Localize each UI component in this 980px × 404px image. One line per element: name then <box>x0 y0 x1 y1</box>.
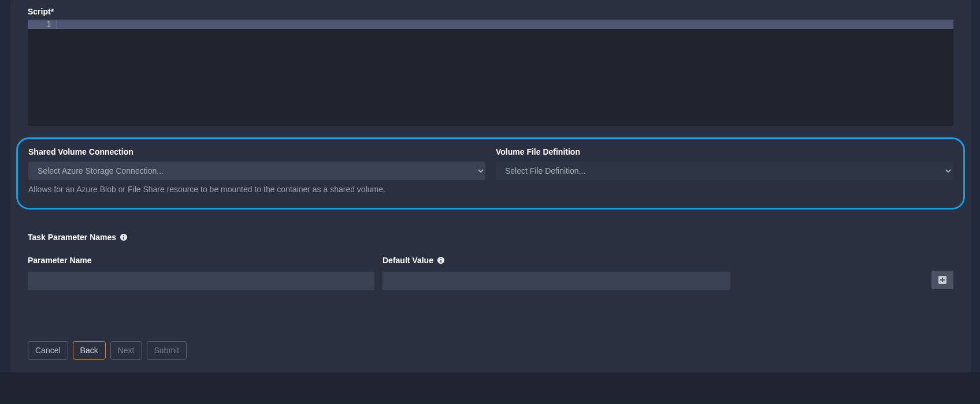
shared-volume-connection-label: Shared Volume Connection <box>28 147 485 156</box>
svg-rect-2 <box>123 235 124 236</box>
editor-line-number: 1 <box>28 20 57 29</box>
svg-rect-4 <box>440 260 441 263</box>
next-button: Next <box>110 341 142 360</box>
svg-rect-1 <box>123 237 124 240</box>
plus-icon <box>938 275 947 285</box>
wizard-buttons: Cancel Back Next Submit <box>28 341 953 360</box>
volume-file-definition-label: Volume File Definition <box>496 147 953 156</box>
shared-volume-help-text: Allows for an Azure Blob or File Share r… <box>28 185 485 194</box>
task-parameter-section: Task Parameter Names Parameter Name Defa… <box>28 233 953 290</box>
back-button[interactable]: Back <box>73 341 106 360</box>
parameter-row: Parameter Name Default Value <box>28 256 953 290</box>
add-parameter-button[interactable] <box>931 271 953 289</box>
info-icon[interactable] <box>437 256 445 264</box>
shared-volume-section: Shared Volume Connection Select Azure St… <box>16 137 965 210</box>
cancel-button[interactable]: Cancel <box>28 341 68 360</box>
default-value-header: Default Value <box>383 256 433 265</box>
script-editor[interactable]: 1 <box>28 20 953 126</box>
info-icon[interactable] <box>120 233 128 241</box>
script-label: Script* <box>28 0 953 16</box>
svg-rect-8 <box>940 279 945 280</box>
default-value-input[interactable] <box>383 272 730 290</box>
editor-line: 1 <box>28 20 953 29</box>
volume-file-definition-select[interactable]: Select File Definition... <box>496 162 953 180</box>
parameter-name-input[interactable] <box>28 272 374 290</box>
submit-button: Submit <box>147 341 187 360</box>
shared-volume-connection-select[interactable]: Select Azure Storage Connection... <box>28 162 485 180</box>
svg-rect-5 <box>440 258 441 259</box>
parameter-name-header: Parameter Name <box>28 256 374 265</box>
task-parameter-names-label: Task Parameter Names <box>28 233 116 242</box>
page-background-strip <box>0 372 980 403</box>
editor-cursor-area[interactable] <box>57 20 953 29</box>
